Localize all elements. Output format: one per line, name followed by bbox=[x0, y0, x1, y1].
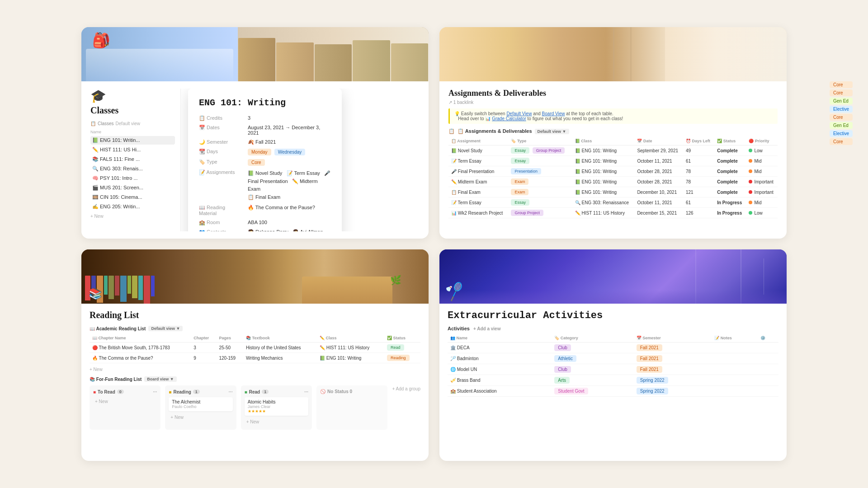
academic-reading-table: 📖 Chapter Name Chapter Pages 📚 Textbook … bbox=[90, 334, 420, 363]
to-read-dot: ■ bbox=[93, 389, 96, 394]
assign-name: 📋 Final Exam bbox=[448, 187, 508, 197]
book-title: The Alchemist bbox=[172, 399, 229, 404]
textbook: History of the United States bbox=[243, 343, 317, 353]
reading-menu[interactable]: ··· bbox=[229, 389, 233, 394]
activity-notes bbox=[712, 386, 757, 397]
board-col-reading: ■ Reading 1 ··· The Alchemist Paulo Coel… bbox=[165, 385, 236, 430]
extracurricular-title: Extracurricular Activities bbox=[448, 310, 778, 321]
days-value: Monday Wednesday bbox=[248, 149, 331, 155]
type-core: Core bbox=[248, 159, 265, 166]
add-view-button[interactable]: + Add a view bbox=[473, 326, 500, 331]
activity-notes bbox=[712, 375, 757, 386]
reading-card: 🌿 📚 Reading List 📖 Academic Reading List… bbox=[81, 249, 429, 461]
dates-label: 📅 Dates bbox=[199, 125, 244, 131]
read-new[interactable]: + New bbox=[245, 418, 308, 426]
board-col-header-read: ■ Read 1 ··· bbox=[245, 389, 308, 394]
table-row: 📝 Term Essay Essay 🔍 ENG 303: Renaissanc… bbox=[448, 197, 778, 208]
chapter-name: 🔥 The Comma or the Pause? bbox=[90, 353, 191, 363]
book-title: Atomic Habits bbox=[248, 399, 305, 404]
table-row: 🏸 Badminton Athletic Fall 2021 bbox=[448, 353, 778, 364]
board-col-header-reading: ■ Reading 1 ··· bbox=[169, 389, 232, 394]
assign-type: Essay bbox=[508, 156, 572, 166]
extracurricular-content: Extracurricular Activities Activities + … bbox=[439, 304, 787, 461]
activity-category: Student Govt bbox=[552, 386, 634, 397]
assign-days: 61 bbox=[683, 156, 714, 166]
board-col-read: ■ Read 1 ··· Atomic Habits James Clear ★… bbox=[241, 385, 312, 430]
sidebar-item-eng205[interactable]: ✍️ENG 205: Writin... bbox=[90, 202, 175, 211]
classes-modal-area: ENG 101: Writing 📋 Credits 3 📅 Dates Aug… bbox=[181, 89, 420, 231]
days-label: 📆 Days bbox=[199, 149, 244, 155]
table-row: ✏️ Midterm Exam Exam 📗 ENG 101: Writing … bbox=[448, 177, 778, 187]
assign-date: October 11, 2021 bbox=[634, 156, 683, 166]
to-read-menu[interactable]: ··· bbox=[153, 389, 157, 394]
assign-class: 📗 ENG 101: Writing bbox=[572, 145, 635, 156]
academic-view-tag: Default view ▼ bbox=[148, 326, 183, 331]
read-menu[interactable]: ··· bbox=[304, 389, 308, 394]
reading-label: Reading bbox=[173, 389, 191, 394]
activity-name: 🏫 Student Association bbox=[448, 386, 552, 397]
sidebar-item-eng101[interactable]: 📗ENG 101: Writin... bbox=[90, 136, 175, 145]
board-layout: ■ To Read 0 ··· + New ■ Reading 1 ··· bbox=[90, 385, 420, 430]
chapter-pages: 120-159 bbox=[216, 353, 243, 363]
semester-label: 🌙 Semester bbox=[199, 139, 244, 145]
add-group-button[interactable]: + Add a group bbox=[392, 386, 420, 391]
sidebar-item-mus201[interactable]: 🎬MUS 201: Screen... bbox=[90, 183, 175, 192]
assign-type: Group Project bbox=[508, 208, 572, 218]
col-assignment: 📋 Assignment bbox=[448, 137, 508, 145]
board-card-atomic[interactable]: Atomic Habits James Clear ★★★★★ bbox=[245, 397, 308, 416]
new-reading-button[interactable]: + New bbox=[90, 367, 420, 372]
col-type: 🏷️ Type bbox=[508, 137, 572, 145]
activity-notes bbox=[712, 353, 757, 364]
assign-name: ✏️ Midterm Exam bbox=[448, 177, 508, 187]
reading-new[interactable]: + New bbox=[169, 413, 232, 422]
modal-type-row: 🏷️ Type Core bbox=[199, 159, 331, 166]
sidebar-item-fals111[interactable]: 📚FALS 111: Fine ... bbox=[90, 155, 175, 164]
reading-count: 1 bbox=[193, 389, 200, 394]
assignments-note: 💡 Easily switch between Default View and… bbox=[448, 108, 778, 124]
chapter-num: 3 bbox=[191, 343, 216, 353]
chapter-name: 🔴 The British Move South, 1778-1783 bbox=[90, 343, 191, 353]
to-read-new[interactable]: + New bbox=[93, 397, 157, 406]
new-class-button[interactable]: + New bbox=[90, 214, 175, 219]
chapter-num: 9 bbox=[191, 353, 216, 363]
textbook: Writing Mechanics bbox=[243, 353, 317, 363]
assign-class: ✏️ HIST 111: US History bbox=[572, 208, 635, 218]
table-row: 📋 Final Exam Exam 📗 ENG 101: Writing Dec… bbox=[448, 187, 778, 197]
col-category: 🏷️ Category bbox=[552, 334, 634, 343]
col-class: 📗 Class bbox=[572, 137, 635, 145]
board-col-header-toread: ■ To Read 0 ··· bbox=[93, 389, 157, 394]
activities-header: Activities + Add a view bbox=[448, 326, 778, 331]
day-monday: Monday bbox=[248, 149, 271, 155]
assign-date: December 10, 2021 bbox=[634, 187, 683, 197]
book-stars: ★★★★★ bbox=[248, 409, 305, 413]
activity-semester: Spring 2022 bbox=[634, 375, 712, 386]
to-read-label: To Read bbox=[98, 389, 115, 394]
class-detail-modal: ENG 101: Writing 📋 Credits 3 📅 Dates Aug… bbox=[188, 89, 342, 231]
sidebar-item-eng303[interactable]: 🔍ENG 303: Renais... bbox=[90, 164, 175, 173]
assign-type: Presentation bbox=[508, 166, 572, 177]
assign-priority: Important bbox=[746, 177, 778, 187]
assignments-card: Assignments & Deliverables ↗ 1 backlink … bbox=[439, 27, 787, 239]
activities-label: Activities bbox=[448, 326, 470, 331]
table-row: 🌐 Model UN Club Fall 2021 bbox=[448, 364, 778, 375]
assignments-title: Assignments & Deliverables bbox=[448, 89, 778, 98]
assign-days: 126 bbox=[683, 208, 714, 218]
reading-value: 🔥 The Comma or the Pause? bbox=[248, 205, 331, 211]
col-settings: ⚙️ bbox=[758, 334, 778, 343]
status: Read bbox=[384, 343, 420, 353]
table-row: 📝 Term Essay Essay 📗 ENG 101: Writing Oc… bbox=[448, 156, 778, 166]
assignments-label: 📝 Assignments bbox=[199, 169, 244, 175]
modal-days-row: 📆 Days Monday Wednesday bbox=[199, 149, 331, 155]
col-class: ✏️ Class bbox=[317, 334, 384, 343]
reading-banner: 🌿 📚 bbox=[81, 249, 429, 304]
classes-card: 🎒 🎓 Classes 📋 Classes Default view Name bbox=[81, 27, 429, 239]
table-row: 🔥 The Comma or the Pause? 9 120-159 Writ… bbox=[90, 353, 420, 363]
activity-settings bbox=[758, 343, 778, 353]
sidebar-item-cin105[interactable]: 🎞️CIN 105: Cinema... bbox=[90, 193, 175, 202]
board-card-alchemist[interactable]: The Alchemist Paulo Coelho bbox=[169, 397, 232, 411]
table-row: 🎤 Final Presentation Presentation 📗 ENG … bbox=[448, 166, 778, 177]
activity-category: Club bbox=[552, 343, 634, 353]
sidebar-item-psy101[interactable]: 🧠PSY 101: Intro ... bbox=[90, 174, 175, 183]
activities-table: 👥 Name 🏷️ Category 📅 Semester 📝 Notes ⚙️… bbox=[448, 334, 778, 397]
sidebar-item-hist111[interactable]: ✏️HIST 111: US Hi... bbox=[90, 145, 175, 154]
